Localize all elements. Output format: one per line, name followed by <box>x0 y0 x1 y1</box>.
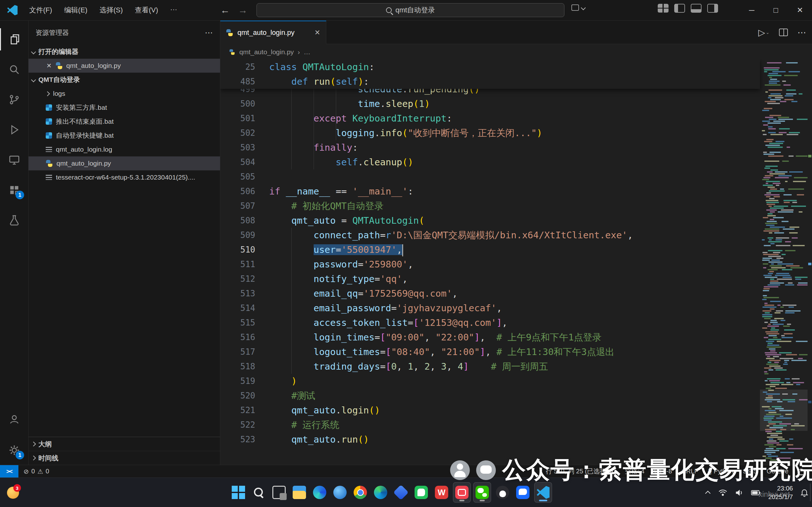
code-line[interactable]: 518 trading_days=[0, 1, 2, 3, 4] # 周一到周五 <box>220 359 760 374</box>
line-content[interactable]: login_times=["09:00", "22:00"], # 上午9点和下… <box>269 330 602 345</box>
code-line[interactable]: 500 time.sleep(1) <box>220 97 760 111</box>
breadcrumb-more[interactable]: … <box>304 48 311 56</box>
line-content[interactable]: finally: <box>269 140 358 155</box>
code-line[interactable]: 520 #测试 <box>220 388 760 403</box>
minimap[interactable] <box>760 60 808 465</box>
taskbar-app-xiaohongshu[interactable] <box>453 482 471 503</box>
status-item-5[interactable]: 3.9.5 <box>743 468 757 475</box>
line-content[interactable]: self.cleanup() <box>269 155 413 169</box>
close-icon[interactable]: ✕ <box>46 62 52 69</box>
code-line[interactable]: 510 user='55001947', <box>220 242 760 257</box>
line-content[interactable]: ) <box>269 374 297 388</box>
status-item-6[interactable]: Go Live <box>767 468 789 475</box>
line-content[interactable]: class QMTAutoLogin: <box>269 60 375 74</box>
wifi-icon[interactable] <box>718 489 727 497</box>
line-content[interactable]: connect_path=r'D:\国金QMT交易端模拟/bin.x64/XtI… <box>269 228 633 242</box>
toggle-sidebar-icon[interactable] <box>674 4 685 13</box>
tab-qmt-auto-login[interactable]: qmt_auto_login.py ✕ <box>220 21 326 44</box>
code-line[interactable]: 485 def run(self): <box>220 74 760 89</box>
line-content[interactable]: email_password='jgyhavzupyglecaf', <box>269 301 502 316</box>
menu-selection[interactable]: 选择(S) <box>94 3 127 17</box>
code-line[interactable]: 512 notify_type='qq', <box>220 272 760 286</box>
show-desktop-button[interactable] <box>810 484 812 501</box>
taskbar-app-edge-swirl[interactable] <box>372 482 389 503</box>
code-line[interactable]: 509 connect_path=r'D:\国金QMT交易端模拟/bin.x64… <box>220 228 760 242</box>
taskbar-app-wechat[interactable] <box>473 482 491 503</box>
menu-edit[interactable]: 编辑(E) <box>59 3 92 17</box>
line-content[interactable]: qmt_auto = QMTAutoLogin( <box>269 213 424 228</box>
settings-gear-icon[interactable]: 1 <box>0 439 29 461</box>
line-content[interactable]: if __name__ == '__main__': <box>269 184 413 199</box>
taskbar-app-browser-blue[interactable] <box>331 482 349 503</box>
overview-ruler[interactable] <box>808 60 812 465</box>
line-content[interactable]: user='55001947', <box>269 242 403 257</box>
file-row-安装第三方库.bat[interactable]: 安装第三方库.bat <box>29 101 220 115</box>
code-line[interactable]: 511 password='259800', <box>220 257 760 272</box>
line-content[interactable]: logout_times=["08:40", "21:00"], # 上午11:… <box>269 345 614 359</box>
code-line[interactable]: 501 except KeyboardInterrupt: <box>220 111 760 126</box>
taskbar-app-chrome[interactable] <box>351 482 369 503</box>
menu-file[interactable]: 文件(F) <box>24 3 57 17</box>
tray-overflow-icon[interactable] <box>705 491 711 496</box>
file-row-logs[interactable]: logs <box>29 87 220 101</box>
file-row-tesseract-ocr-w64-setup-5.3.1.20230401(25)....[interactable]: tesseract-ocr-w64-setup-5.3.1.20230401(2… <box>29 170 220 184</box>
timeline-section[interactable]: 时间线 <box>29 451 220 465</box>
line-content[interactable]: time.sleep(1) <box>269 97 430 111</box>
line-content[interactable]: except KeyboardInterrupt: <box>269 111 452 126</box>
taskbar-app-search[interactable] <box>250 482 268 503</box>
taskbar-app-meeting-blue[interactable] <box>514 482 532 503</box>
window-maximize-button[interactable]: □ <box>764 0 788 20</box>
code-line[interactable]: 519 ) <box>220 374 760 388</box>
volume-icon[interactable] <box>735 489 744 497</box>
breadcrumb[interactable]: qmt_auto_login.py › … <box>220 44 812 60</box>
menu-more[interactable]: ··· <box>165 3 182 17</box>
window-close-button[interactable]: ✕ <box>788 0 812 20</box>
code-line[interactable]: 505 <box>220 169 760 184</box>
file-row-qmt_auto_login.log[interactable]: qmt_auto_login.log <box>29 143 220 156</box>
status-item-1[interactable]: 空格: 4 <box>625 467 644 475</box>
menu-view[interactable]: 查看(V) <box>130 3 163 17</box>
line-content[interactable]: trading_days=[0, 1, 2, 3, 4] # 周一到周五 <box>269 359 548 374</box>
code-line[interactable]: 508 qmt_auto = QMTAutoLogin( <box>220 213 760 228</box>
code-line[interactable]: 513 email_qq='1752569@qq.com', <box>220 286 760 301</box>
line-content[interactable]: def run(self): <box>269 74 369 89</box>
line-content[interactable]: qmt_auto.login() <box>269 403 380 417</box>
line-content[interactable]: qmt_auto.run() <box>269 432 369 447</box>
line-content[interactable]: #测试 <box>269 388 315 403</box>
taskbar-app-task-view[interactable] <box>270 482 288 503</box>
customize-layout-icon[interactable] <box>658 4 668 13</box>
code-line[interactable]: 523 qmt_auto.run() <box>220 432 760 447</box>
run-debug-icon[interactable] <box>0 119 29 141</box>
file-row-qmt_auto_login.py[interactable]: qmt_auto_login.py <box>29 156 220 170</box>
file-row-自动登录快捷键.bat[interactable]: 自动登录快捷键.bat <box>29 128 220 143</box>
extensions-icon[interactable]: 1 <box>0 179 29 201</box>
line-content[interactable]: access_token_list=['12153@qq.com'], <box>269 316 507 330</box>
toggle-secondary-sidebar-icon[interactable] <box>707 4 718 13</box>
code-line[interactable]: 514 email_password='jgyhavzupyglecaf', <box>220 301 760 316</box>
line-content[interactable]: notify_type='qq', <box>269 272 408 286</box>
battery-icon[interactable] <box>751 489 761 497</box>
taskbar-app-start[interactable] <box>229 482 247 503</box>
workspace-folder-section[interactable]: QMT自动登录 <box>29 73 220 87</box>
code-line[interactable]: 517 logout_times=["08:40", "21:00"], # 上… <box>220 345 760 359</box>
open-editor-item[interactable]: ✕ qmt_auto_login.py <box>29 59 220 73</box>
problems-status[interactable]: ⊘ 0 ⚠ 0 <box>23 468 49 475</box>
taskbar-weather-widget[interactable]: 3 <box>4 484 21 501</box>
sidebar-more-icon[interactable]: ⋯ <box>205 28 213 38</box>
split-editor-icon[interactable] <box>779 29 788 36</box>
source-control-icon[interactable] <box>0 89 29 111</box>
search-view-icon[interactable] <box>0 58 29 80</box>
line-content[interactable]: # 运行系统 <box>269 417 339 432</box>
code-line[interactable]: 522 # 运行系统 <box>220 417 760 432</box>
line-content[interactable]: email_qq='1752569@qq.com', <box>269 286 458 301</box>
code-line[interactable]: 515 access_token_list=['12153@qq.com'], <box>220 316 760 330</box>
remote-indicator[interactable]: >< <box>0 465 18 477</box>
status-item-0[interactable]: 行 510, 列 25 (已选择16) <box>546 467 615 475</box>
status-item-2[interactable]: UTF-8 <box>654 468 672 475</box>
account-icon[interactable] <box>0 408 29 430</box>
window-minimize-button[interactable]: ─ <box>740 0 764 20</box>
code-line[interactable]: 503 finally: <box>220 140 760 155</box>
taskbar-app-wps[interactable]: W <box>433 482 450 503</box>
notification-bell-icon[interactable] <box>801 489 808 497</box>
status-bell-icon[interactable] <box>798 469 804 474</box>
